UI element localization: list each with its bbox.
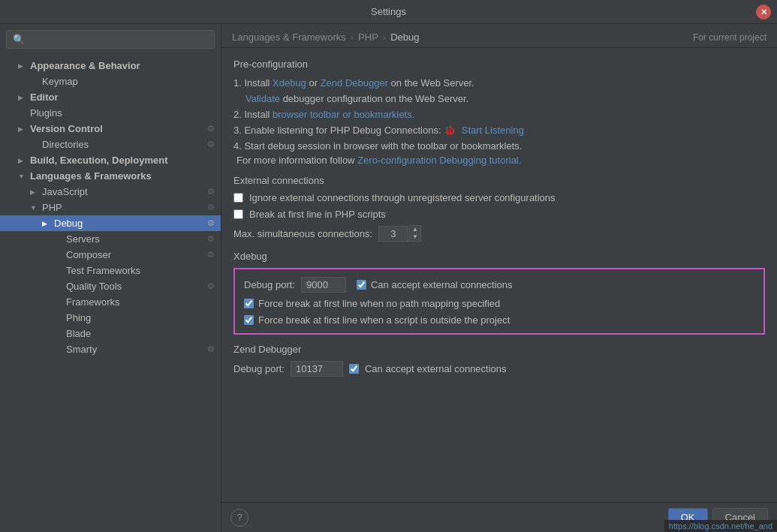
max-connections-input[interactable] [378,226,408,242]
ignore-external-checkbox[interactable] [233,193,243,203]
settings-icon: ⚙ [207,281,215,291]
browser-toolbar-link[interactable]: browser toolbar or bookmarklets. [273,109,414,120]
break-first-line-checkbox[interactable] [233,209,243,219]
max-connections-label: Max. simultaneous connections: [233,228,372,239]
sidebar-item-label: JavaScript [42,186,204,197]
sidebar-item-debug[interactable]: ▶ Debug ⚙ [0,215,221,231]
force-break-path-checkbox[interactable] [244,299,254,308]
zend-link[interactable]: Zend Debugger [321,77,388,89]
sidebar-item-directories[interactable]: Directories ⚙ [0,137,221,152]
break-first-line-row: Break at first line in PHP scripts [233,209,765,220]
sidebar-item-label: Languages & Frameworks [30,170,215,182]
sidebar-item-label: Directories [42,139,204,150]
sidebar-item-label: Servers [66,233,204,245]
spinner-down[interactable]: ▼ [410,233,420,241]
arrow-icon: ▶ [18,94,30,101]
validate-link[interactable]: Validate [245,93,280,104]
settings-icon: ⚙ [207,344,215,354]
close-button[interactable]: ✕ [756,5,771,20]
arrow-icon: ▼ [18,173,30,180]
zend-port-input[interactable] [291,361,343,377]
accept-external-label: Can accept external connections [371,279,513,290]
sidebar-item-plugins[interactable]: Plugins [0,105,221,121]
sidebar-item-editor[interactable]: ▶ Editor [0,89,221,105]
arrow-icon: ▶ [18,62,30,70]
search-input[interactable] [6,30,215,49]
breadcrumb-project: For current project [693,32,766,43]
sidebar-item-label: Phing [66,312,215,323]
step4-text: 4. Start debug session in browser with t… [233,140,522,152]
step1-suffix: on the Web Server. [388,77,474,89]
force-break-outside-checkbox[interactable] [244,315,254,325]
help-button[interactable]: ? [230,509,248,527]
xdebug-box: Debug port: Can accept external connecti… [233,268,765,335]
breadcrumb-part2: PHP [358,32,378,43]
settings-icon: ⚙ [207,218,215,228]
settings-icon: ⚙ [207,234,215,244]
sidebar-item-version-control[interactable]: ▶ Version Control ⚙ [0,121,221,137]
zend-section-title: Zend Debugger [233,344,765,355]
force-break-outside-row: Force break at first line when a script … [244,314,754,326]
sidebar-item-appearance[interactable]: ▶ Appearance & Behavior [0,58,221,74]
tutorial-link[interactable]: Zero-configuration Debugging tutorial. [357,155,521,166]
external-section-title: External connections [233,175,765,186]
settings-icon: ⚙ [207,250,215,260]
sidebar-item-javascript[interactable]: ▶ JavaScript ⚙ [0,184,221,200]
validate-line: Validate debugger configuration on the W… [245,93,765,104]
breadcrumb-part1: Languages & Frameworks [232,32,346,43]
sidebar-item-blade[interactable]: Blade [0,326,221,341]
step2-item: 2. Install browser toolbar or bookmarkle… [233,109,765,120]
sidebar-item-languages[interactable]: ▼ Languages & Frameworks [0,168,221,184]
breadcrumb-sep1: › [351,32,354,43]
step3-item: 3. Enable listening for PHP Debug Connec… [233,125,765,136]
sidebar-tree: ▶ Appearance & Behavior Keymap ▶ Editor … [0,55,221,532]
debug-port-label: Debug port: [244,279,295,290]
step4-item: 4. Start debug session in browser with t… [233,140,765,152]
zend-port-label: Debug port: [233,363,285,374]
break-first-line-label: Break at first line in PHP scripts [249,209,386,220]
sidebar-item-servers[interactable]: Servers ⚙ [0,231,221,247]
xdebug-section-title: Xdebug [233,251,765,262]
breadcrumb-sep2: › [383,32,386,43]
main-panel: Languages & Frameworks › PHP › Debug For… [221,24,777,532]
sidebar-item-smarty[interactable]: Smarty ⚙ [0,341,221,357]
sidebar-item-test-frameworks[interactable]: Test Frameworks [0,263,221,278]
sidebar: ▶ Appearance & Behavior Keymap ▶ Editor … [0,24,221,532]
sidebar-item-label: Smarty [66,344,204,355]
sidebar-item-label: PHP [42,202,204,213]
step2-prefix: 2. Install [233,109,273,120]
sidebar-item-label: Composer [66,249,204,260]
title-bar: Settings ✕ [0,0,777,24]
sidebar-item-keymap[interactable]: Keymap [0,74,221,89]
settings-content: Pre-configuration 1. Install Xdebug or Z… [221,48,777,502]
sidebar-item-label: Build, Execution, Deployment [30,155,215,166]
window-title: Settings [371,6,406,17]
settings-icon: ⚙ [207,124,215,134]
sidebar-item-quality-tools[interactable]: Quality Tools ⚙ [0,278,221,294]
url-hint: https://blog.csdn.net/he_and [664,520,777,532]
zend-accept-checkbox[interactable] [349,364,359,374]
arrow-icon: ▶ [30,188,42,196]
sidebar-item-build[interactable]: ▶ Build, Execution, Deployment [0,152,221,168]
sidebar-item-label: Frameworks [66,296,215,308]
sidebar-item-composer[interactable]: Composer ⚙ [0,247,221,263]
sidebar-item-label: Quality Tools [66,281,204,292]
arrow-icon: ▶ [42,220,54,227]
spinner-up[interactable]: ▲ [410,226,420,233]
accept-external-checkbox[interactable] [357,280,366,290]
zend-accept-label: Can accept external connections [365,363,507,374]
sidebar-item-label: Editor [30,92,215,103]
sidebar-item-frameworks[interactable]: Frameworks [0,294,221,310]
xdebug-port-row: Debug port: Can accept external connecti… [244,277,754,293]
ignore-external-label: Ignore external connections through unre… [249,192,556,203]
start-listening-link[interactable]: Start Listening [462,125,524,136]
max-connections-spinner: ▲ ▼ [378,225,421,242]
arrow-icon: ▼ [30,204,42,212]
arrow-icon: ▶ [18,125,30,133]
sidebar-item-phing[interactable]: Phing [0,310,221,326]
debug-port-input[interactable] [301,277,346,293]
xdebug-link[interactable]: Xdebug [273,77,306,89]
step4-more: For more information follow [236,155,357,166]
sidebar-item-label: Test Frameworks [66,265,215,276]
sidebar-item-php[interactable]: ▼ PHP ⚙ [0,200,221,215]
